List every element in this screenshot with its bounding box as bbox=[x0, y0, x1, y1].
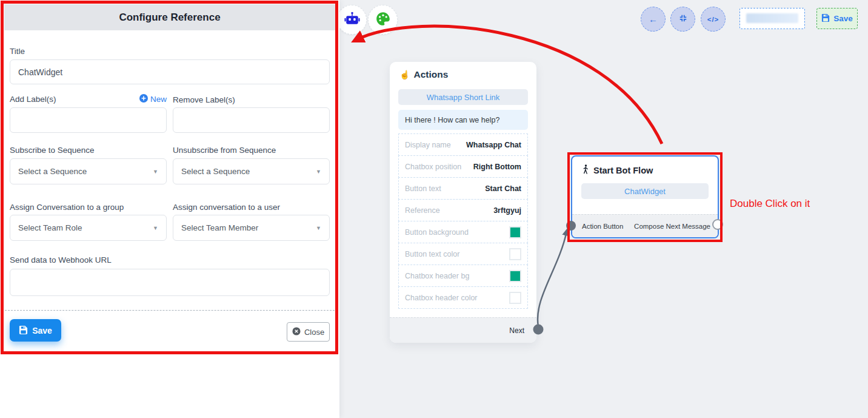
compose-next-message-port[interactable] bbox=[712, 219, 723, 230]
greeting-message: Hi there ! How can we help? bbox=[398, 110, 528, 130]
actions-card-footer: Next bbox=[390, 317, 536, 343]
config-row-chatbox-header-color: Chatbox header color bbox=[398, 286, 528, 309]
footer-divider bbox=[5, 310, 335, 311]
plus-circle-icon bbox=[139, 94, 148, 104]
chevron-down-icon: ▼ bbox=[153, 169, 158, 175]
node-footer: Action Button Compose Next Message bbox=[572, 214, 718, 237]
embed-code-button[interactable]: </> bbox=[701, 7, 726, 32]
config-row-button-text-color: Button text color bbox=[398, 243, 528, 265]
actions-title-label: Actions bbox=[413, 69, 448, 80]
output-port-label: Compose Next Message bbox=[634, 223, 710, 230]
assign-group-label: Assign Conversation to a group bbox=[10, 203, 124, 212]
toolbar-save-button[interactable]: Save bbox=[816, 8, 858, 29]
add-labels-header: Add Label(s) New bbox=[10, 94, 167, 104]
webhook-url-input[interactable] bbox=[10, 269, 330, 296]
add-labels-input[interactable] bbox=[10, 107, 167, 133]
robot-icon bbox=[344, 11, 360, 29]
subscribe-sequence-select[interactable]: Select a Sequence ▼ bbox=[10, 158, 167, 184]
new-label-link[interactable]: New bbox=[139, 94, 167, 104]
config-row-chatbox-position: Chatbox position Right Bottom bbox=[398, 155, 528, 178]
action-button-port[interactable] bbox=[566, 221, 576, 231]
flow-builder-screen: ← </> Save bbox=[0, 0, 868, 418]
color-swatch bbox=[509, 226, 521, 238]
hand-pointer-icon: ☝ bbox=[399, 70, 410, 79]
next-to-action-connector bbox=[538, 231, 567, 326]
palette-icon bbox=[375, 11, 391, 29]
configure-reference-panel: Configure Reference Title Add Label(s) N… bbox=[0, 0, 339, 418]
input-port-label: Action Button bbox=[582, 223, 623, 230]
remove-labels-label: Remove Label(s) bbox=[173, 95, 235, 104]
walking-person-icon bbox=[582, 164, 589, 177]
bot-settings-button[interactable] bbox=[337, 5, 367, 35]
config-row-chatbox-header-bg: Chatbox header bg bbox=[398, 265, 528, 287]
save-floppy-icon bbox=[821, 13, 830, 24]
config-row-button-text: Button text Start Chat bbox=[398, 177, 528, 200]
color-swatch bbox=[509, 248, 521, 260]
remove-labels-input[interactable] bbox=[173, 107, 330, 133]
color-swatch bbox=[509, 270, 521, 282]
assign-user-label: Assign conversation to a user bbox=[173, 203, 280, 212]
theme-palette-button[interactable] bbox=[368, 5, 398, 35]
color-swatch bbox=[509, 292, 521, 304]
whatsapp-short-link-button[interactable]: Whatsapp Short Link bbox=[398, 89, 528, 105]
panel-title: Configure Reference bbox=[4, 4, 335, 30]
close-circle-icon bbox=[292, 327, 301, 337]
title-label: Title bbox=[10, 47, 25, 56]
node-title: Start Bot Flow bbox=[582, 164, 653, 177]
back-arrow-icon: ← bbox=[649, 14, 658, 24]
next-port-label: Next bbox=[509, 318, 524, 343]
save-button[interactable]: Save bbox=[10, 319, 61, 342]
team-role-select[interactable]: Select Team Role ▼ bbox=[10, 215, 167, 241]
chatwidget-reference-button[interactable]: ChatWidget bbox=[581, 183, 709, 199]
widget-config-rows: Display name Whatsapp Chat Chatbox posit… bbox=[398, 134, 528, 309]
fit-view-button[interactable] bbox=[670, 7, 695, 32]
actions-node: ☝ Actions Whatsapp Short Link Hi there !… bbox=[390, 62, 536, 343]
chevron-down-icon: ▼ bbox=[316, 169, 321, 175]
code-icon: </> bbox=[707, 16, 719, 23]
unsubscribe-label: Unsubscribe from Sequence bbox=[173, 146, 276, 155]
close-button[interactable]: Close bbox=[287, 322, 330, 342]
toolbar-save-label: Save bbox=[833, 14, 853, 23]
redacted-flow-name-input[interactable] bbox=[739, 8, 805, 29]
double-click-annotation: Double Click on it bbox=[730, 198, 810, 210]
compress-icon bbox=[679, 14, 687, 24]
back-button[interactable]: ← bbox=[641, 7, 666, 32]
actions-card-title: ☝ Actions bbox=[399, 69, 448, 80]
save-floppy-icon bbox=[19, 325, 28, 336]
unsubscribe-sequence-select[interactable]: Select a Sequence ▼ bbox=[173, 158, 330, 184]
title-input[interactable] bbox=[10, 59, 330, 84]
team-member-select[interactable]: Select Team Member ▼ bbox=[173, 215, 330, 241]
config-row-display-name: Display name Whatsapp Chat bbox=[398, 133, 528, 156]
start-bot-flow-node[interactable]: Start Bot Flow ChatWidget Action Button … bbox=[571, 155, 719, 238]
config-row-reference: Reference 3rftgyuj bbox=[398, 199, 528, 221]
chevron-down-icon: ▼ bbox=[316, 225, 321, 231]
config-row-button-background: Button background bbox=[398, 221, 528, 243]
chevron-down-icon: ▼ bbox=[153, 225, 158, 231]
node-title-label: Start Bot Flow bbox=[593, 166, 653, 175]
add-labels-label: Add Label(s) bbox=[10, 95, 56, 104]
subscribe-label: Subscribe to Sequence bbox=[10, 146, 95, 155]
redacted-text bbox=[746, 13, 798, 23]
webhook-label: Send data to Webhook URL bbox=[10, 255, 112, 265]
